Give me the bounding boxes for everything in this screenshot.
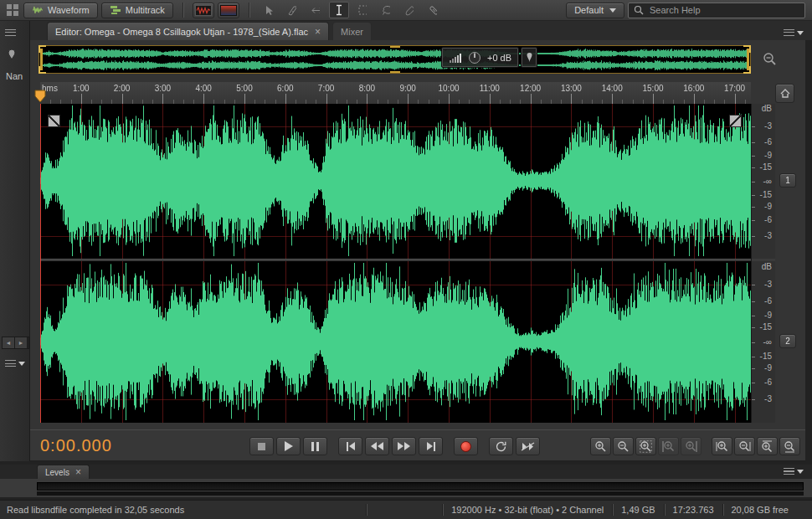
play-button[interactable] [276, 437, 301, 455]
timeline-ruler[interactable]: 1:002:003:004:005:006:007:008:009:0010:0… [40, 82, 751, 104]
navigator-top-handle[interactable] [390, 46, 400, 48]
hamburger-icon [784, 29, 794, 36]
db-scale-tick [752, 207, 755, 208]
spot-healing-brush-tool-button[interactable] [423, 2, 443, 18]
navigator-bottom-handle[interactable] [390, 71, 400, 73]
properties-panel-menu-icon[interactable] [5, 360, 25, 367]
paintbrush-selection-tool-button[interactable] [399, 2, 419, 18]
timeline-label: 13:00 [561, 84, 582, 93]
editor-tab[interactable]: Editor: Omega - Omega 8 Csillagok Utjan … [47, 22, 329, 40]
time-selection-tool-button[interactable] [329, 2, 349, 18]
timeline-tick [571, 94, 572, 104]
skip-to-end-button[interactable] [419, 437, 443, 455]
db-scale-label: -9 [764, 203, 772, 211]
zoom-out-full-button[interactable] [758, 51, 774, 68]
status-separator [612, 504, 613, 516]
multitrack-view-button[interactable]: Multitrack [101, 3, 173, 18]
stop-button[interactable] [249, 437, 274, 455]
status-separator [722, 504, 723, 516]
timeline-label: 17:00 [724, 84, 745, 93]
workspace-dropdown[interactable]: Default [566, 3, 624, 18]
navigator-corner-handle[interactable] [39, 45, 46, 53]
timeline-tick [326, 94, 327, 104]
skip-to-start-button[interactable] [338, 437, 362, 455]
home-button[interactable] [775, 84, 794, 103]
search-icon [634, 5, 644, 15]
level-meter [37, 482, 804, 491]
stop-icon [258, 443, 265, 450]
time-display[interactable]: 0:00.000 [40, 436, 112, 455]
fast-forward-button[interactable] [392, 437, 416, 455]
navigator-corner-handle[interactable] [743, 45, 751, 53]
channel-2-button[interactable]: 2 [779, 334, 796, 348]
loop-playback-button[interactable] [489, 437, 513, 455]
channel-1-waveform[interactable] [40, 104, 751, 259]
razor-tool-button[interactable] [282, 2, 302, 18]
marquee-selection-tool-button[interactable] [352, 2, 373, 18]
zoom-out-button[interactable] [613, 437, 634, 455]
fade-out-handle[interactable] [729, 115, 742, 127]
timeline-label: 15:00 [642, 84, 663, 93]
app-icon [7, 4, 12, 9]
spectral-display-button[interactable] [218, 3, 239, 18]
marker-pin-icon[interactable] [7, 49, 17, 61]
fade-in-handle[interactable] [48, 115, 60, 127]
db-scale-tick [752, 368, 755, 369]
scroll-right-arrow-icon[interactable]: ► [15, 337, 28, 348]
overview-waveform[interactable] [41, 48, 748, 71]
navigator-corner-handle[interactable] [39, 66, 46, 74]
hud-pin-button[interactable] [521, 47, 537, 68]
navigator-corner-handle[interactable] [743, 66, 751, 74]
playhead-caret[interactable] [34, 90, 46, 103]
gain-value[interactable]: +0 dB [487, 53, 511, 63]
zoom-in-at-out-point-button[interactable] [681, 437, 702, 455]
zoom-in-at-in-point-button[interactable] [658, 437, 679, 455]
channel-1-button[interactable]: 1 [779, 173, 796, 188]
markers-horizontal-scrollbar[interactable]: ◄ ► [2, 337, 29, 349]
lasso-selection-tool-button[interactable] [376, 2, 396, 18]
zoom-navigator[interactable] [39, 45, 751, 74]
zoom-horizontal-out-button[interactable] [734, 437, 755, 455]
editor-panel-menu-icon[interactable] [784, 29, 804, 36]
levels-tab[interactable]: Levels × [37, 465, 90, 479]
waveform-display-button[interactable] [193, 3, 214, 18]
markers-name-column-label: Nan [6, 71, 23, 81]
move-tool-icon [265, 5, 273, 16]
editor-tab-label: Editor: Omega - Omega 8 Csillagok Utjan … [55, 27, 308, 37]
waveform-view-button[interactable]: Waveform [23, 3, 98, 18]
markers-panel-menu-icon[interactable] [5, 29, 16, 36]
timeline-label: 12:00 [520, 84, 541, 93]
waveform-display[interactable] [40, 104, 751, 423]
close-icon[interactable]: × [75, 467, 81, 477]
timeline-tick [162, 94, 163, 104]
search-help-input[interactable] [648, 4, 799, 16]
record-button[interactable] [454, 437, 478, 455]
zoom-horizontal-in-button[interactable] [712, 437, 732, 455]
mixer-tab[interactable]: Mixer [332, 22, 372, 40]
zoom-vertical-out-button[interactable] [779, 437, 800, 455]
hamburger-icon [5, 360, 16, 367]
scroll-left-arrow-icon[interactable]: ◄ [3, 337, 15, 348]
zoom-to-selection-button[interactable] [635, 437, 656, 455]
marquee-tool-icon [358, 5, 367, 15]
close-icon[interactable]: × [315, 27, 321, 37]
channel-divider[interactable] [40, 259, 751, 261]
zoom-in-button[interactable] [590, 437, 611, 455]
db-scale-tick [752, 126, 755, 127]
db-scale-tick [752, 342, 755, 343]
skip-selection-button[interactable] [516, 437, 540, 455]
db-scale-label: -9 [764, 152, 772, 160]
rewind-button[interactable] [365, 437, 389, 455]
slip-tool-button[interactable] [306, 2, 326, 18]
channel-2-waveform[interactable] [40, 261, 751, 423]
move-tool-button[interactable] [259, 2, 279, 18]
toolbar-separator [182, 3, 183, 18]
playhead-line[interactable] [40, 104, 41, 423]
status-bar: Read libsndfile completed in 32,05 secon… [0, 500, 812, 519]
pause-button[interactable] [303, 437, 327, 455]
zoom-vertical-in-button[interactable] [757, 437, 778, 455]
gain-knob-icon[interactable] [468, 51, 481, 64]
level-meter-scale [37, 491, 804, 496]
levels-panel-menu-icon[interactable] [784, 468, 804, 475]
amplitude-scale[interactable]: dB-3-6-9-15-∞-15-9-6-3 dB-3-6-9-15-∞-15-… [751, 104, 775, 423]
